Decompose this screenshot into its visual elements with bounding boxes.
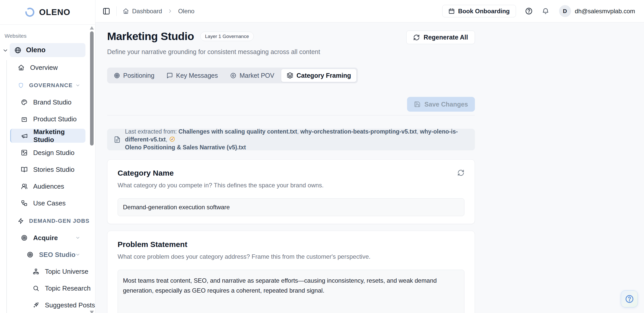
message-square-icon: [167, 72, 173, 79]
extraction-line-2: Oleno Positioning & Sales Narrative (v5)…: [125, 144, 468, 151]
save-changes-button[interactable]: Save Changes: [407, 97, 475, 112]
question-circle-icon: [624, 294, 635, 304]
target-icon: [21, 234, 28, 241]
extraction-info-text: Last extracted from: Challenges with sca…: [125, 128, 468, 151]
scrollbar-thumb[interactable]: [90, 31, 94, 146]
sidebar-item-label: Suggested Posts: [45, 301, 95, 309]
chevron-down-icon: [75, 218, 80, 224]
category-name-input[interactable]: [118, 198, 464, 216]
bell-icon[interactable]: [542, 7, 549, 15]
layer-badge: Layer 1 Governance: [200, 32, 254, 41]
sidebar-item-topic-universe[interactable]: Topic Universe: [0, 263, 95, 280]
home-icon[interactable]: [123, 8, 129, 14]
compass-emoji-icon: [169, 136, 175, 142]
scrollbar-up-arrow[interactable]: [90, 26, 94, 30]
megaphone-icon: [21, 133, 28, 139]
sidebar-section-label: Websites: [5, 33, 95, 39]
sparkles-icon: [33, 302, 39, 308]
tab-key-messages[interactable]: Key Messages: [161, 69, 223, 82]
sidebar-item-label: Acquire: [33, 234, 58, 242]
target-icon: [114, 72, 120, 79]
avatar[interactable]: D: [559, 5, 571, 17]
page-subtitle: Define your narrative grounding for cons…: [107, 48, 320, 56]
sidebar-item-seo-studio[interactable]: SEO Studio: [0, 246, 95, 263]
breadcrumb: Dashboard Oleno: [123, 8, 194, 15]
zap-icon: [18, 218, 24, 224]
tab-label: Category Framing: [296, 72, 351, 79]
sidebar-item-brand-studio[interactable]: Brand Studio: [0, 94, 95, 111]
save-icon: [414, 101, 421, 108]
sidebar-item-overview[interactable]: Overview: [0, 59, 95, 76]
regenerate-all-button[interactable]: Regenerate All: [406, 31, 475, 44]
palette-icon: [21, 99, 28, 106]
save-changes-label: Save Changes: [424, 101, 468, 108]
sidebar: OLENO Websites Oleno Overview GOVERNANCE: [0, 0, 95, 313]
sidebar-item-use-cases[interactable]: Use Cases: [0, 195, 95, 212]
regenerate-all-label: Regenerate All: [424, 34, 468, 41]
chevron-down-icon: [75, 83, 80, 88]
sidebar-scrollbar[interactable]: [90, 25, 94, 313]
sidebar-item-design-studio[interactable]: Design Studio: [0, 144, 95, 161]
help-circle-icon[interactable]: [525, 7, 533, 15]
tab-market-pov[interactable]: Market POV: [225, 69, 280, 82]
source-file: why-orchestration-beats-prompting-v5.txt: [300, 128, 417, 135]
sidebar-item-marketing-studio[interactable]: Marketing Studio: [10, 129, 85, 143]
source-file: Oleno Positioning & Sales Narrative (v5)…: [125, 144, 246, 151]
tab-bar: Positioning Key Messages Market POV Cate…: [107, 68, 358, 83]
problem-statement-textarea[interactable]: Most teams treat content, SEO, and narra…: [118, 270, 464, 313]
problem-statement-card: Problem Statement What core problem does…: [107, 231, 475, 313]
sidebar-section-demand-gen-jobs[interactable]: DEMAND-GEN JOBS: [0, 213, 95, 229]
page-title: Marketing Studio: [107, 30, 194, 43]
card-title: Category Name: [118, 169, 464, 177]
shopping-bag-icon: [21, 116, 28, 122]
sidebar-item-acquire[interactable]: Acquire: [0, 229, 95, 246]
tab-label: Key Messages: [176, 72, 218, 79]
sidebar-item-product-studio[interactable]: Product Studio: [0, 111, 95, 127]
book-onboarding-label: Book Onboarding: [458, 8, 510, 15]
section-label: DEMAND-GEN JOBS: [29, 218, 90, 224]
tab-category-framing[interactable]: Category Framing: [281, 69, 357, 82]
sidebar-item-stories-studio[interactable]: Stories Studio: [0, 161, 95, 178]
globe-icon: [14, 47, 21, 54]
sidebar-item-label: Topic Research: [45, 284, 91, 292]
sidebar-item-topic-research[interactable]: Topic Research: [0, 280, 95, 297]
sidebar-section-governance[interactable]: GOVERNANCE: [0, 77, 95, 94]
app-logo[interactable]: OLENO: [0, 0, 95, 25]
breadcrumb-current[interactable]: Oleno: [178, 8, 194, 15]
users-icon: [21, 183, 28, 190]
sidebar-toggle-icon[interactable]: [103, 7, 110, 15]
circle-dot-icon: [230, 72, 236, 79]
calendar-icon: [448, 8, 455, 14]
topbar: Dashboard Oleno Book Onboarding D dh@sal…: [95, 0, 644, 22]
sidebar-item-audiences[interactable]: Audiences: [0, 178, 95, 195]
user-email[interactable]: dh@salesmvplab.com: [575, 8, 635, 15]
source-file: Challenges with scaling quality content.…: [179, 128, 297, 135]
topbar-divider: [116, 6, 117, 16]
main-content: Marketing Studio Layer 1 Governance Rege…: [95, 22, 644, 313]
sidebar-item-label: Design Studio: [33, 149, 74, 157]
sidebar-item-label: Marketing Studio: [33, 128, 85, 144]
sidebar-item-label: Oleno: [26, 46, 46, 54]
breadcrumb-dashboard[interactable]: Dashboard: [132, 8, 162, 15]
card-description: What core problem does your category add…: [118, 253, 464, 260]
book-open-icon: [21, 166, 28, 173]
chevron-down-icon: [75, 252, 80, 257]
image-icon: [21, 149, 28, 156]
sidebar-item-label: Product Studio: [33, 115, 77, 123]
refresh-icon[interactable]: [457, 169, 464, 176]
scrollbar-down-arrow[interactable]: [90, 311, 94, 313]
search-icon: [33, 285, 39, 292]
tab-positioning[interactable]: Positioning: [108, 69, 160, 82]
target-icon: [27, 251, 33, 258]
sidebar-item-label: Topic Universe: [45, 268, 89, 276]
sidebar-nav: Overview GOVERNANCE Brand Studio Product…: [0, 59, 95, 313]
sidebar-item-suggested-posts[interactable]: Suggested Posts: [0, 297, 95, 313]
sidebar-item-oleno[interactable]: Oleno: [10, 43, 85, 57]
workflow-icon: [21, 200, 28, 206]
shield-icon: [18, 82, 24, 88]
help-fab-button[interactable]: [621, 290, 638, 307]
chevron-down-icon[interactable]: [2, 47, 8, 54]
sidebar-item-label: Use Cases: [33, 199, 66, 207]
book-onboarding-button[interactable]: Book Onboarding: [442, 5, 516, 17]
refresh-icon: [413, 34, 420, 41]
